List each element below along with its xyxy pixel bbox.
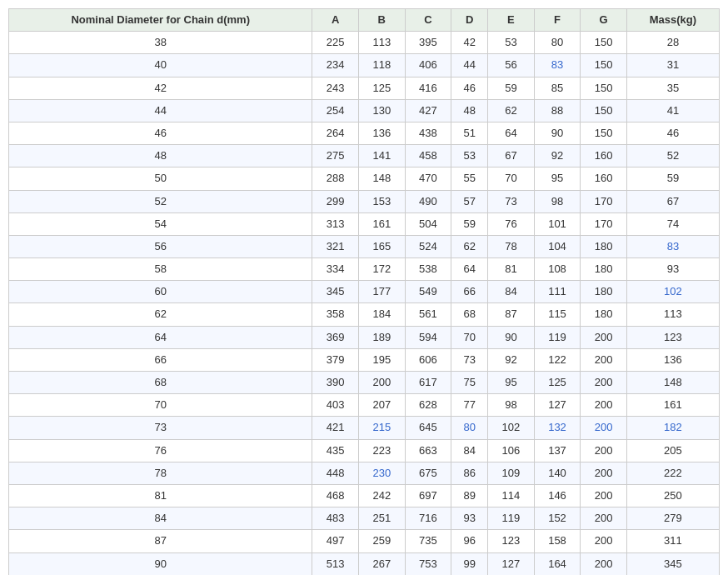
cell-G: 180 xyxy=(581,303,627,326)
table-row: 56321165524627810418083 xyxy=(9,235,720,258)
cell-G: 180 xyxy=(581,235,627,258)
cell-mass: 41 xyxy=(626,99,719,122)
cell-G: 180 xyxy=(581,281,627,303)
table-header-row: Nominal Diameter for Chain d(mm) A B C D… xyxy=(9,9,720,32)
cell-D: 99 xyxy=(451,552,488,575)
cell-G: 160 xyxy=(581,168,627,190)
cell-mass: 113 xyxy=(626,303,719,326)
cell-B: 141 xyxy=(359,145,406,168)
cell-C: 427 xyxy=(405,99,451,122)
cell-mass: 59 xyxy=(626,168,719,190)
cell-mass: 123 xyxy=(626,326,719,348)
cell-C: 416 xyxy=(405,77,451,99)
cell-E: 106 xyxy=(488,439,535,462)
cell-B: 136 xyxy=(359,122,406,144)
cell-D: 96 xyxy=(451,530,488,552)
cell-B: 118 xyxy=(359,54,406,77)
table-row: 5028814847055709516059 xyxy=(9,168,720,190)
cell-F: 137 xyxy=(534,439,581,462)
cell-nominal: 90 xyxy=(9,552,312,575)
cell-C: 594 xyxy=(405,326,451,348)
cell-F: 104 xyxy=(534,235,581,258)
chain-dimensions-table: Nominal Diameter for Chain d(mm) A B C D… xyxy=(8,8,720,575)
cell-nominal: 76 xyxy=(9,439,312,462)
cell-A: 435 xyxy=(312,439,359,462)
cell-A: 321 xyxy=(312,235,359,258)
cell-E: 92 xyxy=(488,348,535,371)
cell-E: 114 xyxy=(488,484,535,507)
cell-F: 85 xyxy=(534,77,581,99)
cell-nominal: 78 xyxy=(9,462,312,484)
cell-G: 170 xyxy=(581,212,627,235)
cell-nominal: 70 xyxy=(9,394,312,417)
cell-mass: 28 xyxy=(626,32,719,54)
cell-C: 524 xyxy=(405,235,451,258)
cell-G: 200 xyxy=(581,462,627,484)
cell-G: 200 xyxy=(581,508,627,530)
cell-D: 57 xyxy=(451,190,488,212)
cell-A: 379 xyxy=(312,348,359,371)
cell-B: 172 xyxy=(359,258,406,281)
table-row: 4425413042748628815041 xyxy=(9,99,720,122)
cell-B: 223 xyxy=(359,439,406,462)
cell-B: 215 xyxy=(359,417,406,439)
cell-E: 73 xyxy=(488,190,535,212)
cell-B: 251 xyxy=(359,508,406,530)
cell-mass: 279 xyxy=(626,508,719,530)
cell-G: 200 xyxy=(581,552,627,575)
cell-A: 334 xyxy=(312,258,359,281)
cell-C: 753 xyxy=(405,552,451,575)
table-row: 7844823067586109140200222 xyxy=(9,462,720,484)
cell-C: 395 xyxy=(405,32,451,54)
cell-C: 549 xyxy=(405,281,451,303)
cell-nominal: 60 xyxy=(9,281,312,303)
cell-F: 132 xyxy=(534,417,581,439)
header-C: C xyxy=(405,9,451,32)
cell-D: 48 xyxy=(451,99,488,122)
cell-E: 78 xyxy=(488,235,535,258)
cell-F: 95 xyxy=(534,168,581,190)
cell-G: 200 xyxy=(581,439,627,462)
cell-C: 663 xyxy=(405,439,451,462)
cell-E: 67 xyxy=(488,145,535,168)
cell-D: 75 xyxy=(451,372,488,394)
cell-A: 225 xyxy=(312,32,359,54)
cell-C: 470 xyxy=(405,168,451,190)
cell-nominal: 40 xyxy=(9,54,312,77)
cell-F: 152 xyxy=(534,508,581,530)
table-row: 663791956067392122200136 xyxy=(9,348,720,371)
table-row: 54313161504597610117074 xyxy=(9,212,720,235)
cell-G: 200 xyxy=(581,394,627,417)
cell-C: 697 xyxy=(405,484,451,507)
cell-B: 113 xyxy=(359,32,406,54)
cell-C: 504 xyxy=(405,212,451,235)
cell-E: 119 xyxy=(488,508,535,530)
cell-mass: 83 xyxy=(626,235,719,258)
cell-C: 628 xyxy=(405,394,451,417)
cell-G: 200 xyxy=(581,484,627,507)
cell-A: 483 xyxy=(312,508,359,530)
cell-F: 146 xyxy=(534,484,581,507)
cell-D: 84 xyxy=(451,439,488,462)
cell-E: 62 xyxy=(488,99,535,122)
cell-E: 76 xyxy=(488,212,535,235)
table-row: 7643522366384106137200205 xyxy=(9,439,720,462)
cell-C: 645 xyxy=(405,417,451,439)
cell-A: 243 xyxy=(312,77,359,99)
cell-B: 125 xyxy=(359,77,406,99)
cell-B: 177 xyxy=(359,281,406,303)
cell-C: 438 xyxy=(405,122,451,144)
cell-B: 148 xyxy=(359,168,406,190)
cell-E: 53 xyxy=(488,32,535,54)
cell-G: 150 xyxy=(581,54,627,77)
cell-mass: 250 xyxy=(626,484,719,507)
cell-D: 86 xyxy=(451,462,488,484)
cell-A: 513 xyxy=(312,552,359,575)
cell-mass: 161 xyxy=(626,394,719,417)
cell-G: 200 xyxy=(581,326,627,348)
cell-E: 59 xyxy=(488,77,535,99)
cell-mass: 222 xyxy=(626,462,719,484)
cell-mass: 182 xyxy=(626,417,719,439)
cell-G: 150 xyxy=(581,99,627,122)
cell-B: 267 xyxy=(359,552,406,575)
